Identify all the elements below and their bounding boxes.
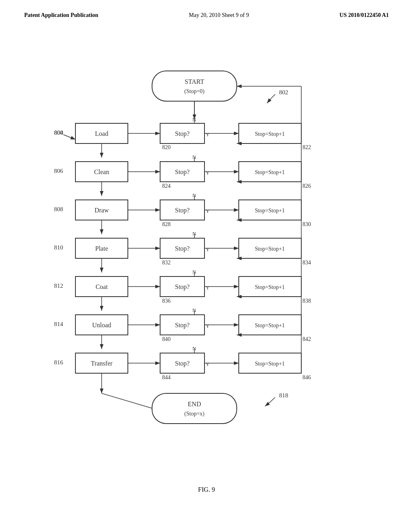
svg-text:822: 822 bbox=[302, 144, 311, 150]
svg-text:Stop=Stop+1: Stop=Stop+1 bbox=[255, 284, 285, 290]
diagram-container: 800 802 START (Stop=0) 804 Load Stop? 82… bbox=[24, 35, 389, 493]
svg-text:804: 804 bbox=[54, 129, 63, 136]
svg-text:802: 802 bbox=[279, 89, 288, 96]
svg-text:Unload: Unload bbox=[92, 322, 111, 328]
svg-text:830: 830 bbox=[302, 221, 311, 227]
svg-text:Stop?: Stop? bbox=[175, 168, 190, 176]
flowchart-svg: 800 802 START (Stop=0) 804 Load Stop? 82… bbox=[33, 35, 380, 478]
svg-text:Y: Y bbox=[206, 208, 210, 214]
svg-text:END: END bbox=[188, 401, 201, 407]
fig-caption: FIG. 9 bbox=[198, 486, 215, 493]
svg-text:832: 832 bbox=[162, 260, 171, 266]
svg-text:818: 818 bbox=[279, 392, 288, 399]
svg-text:842: 842 bbox=[302, 336, 311, 342]
header-left: Patent Application Publication bbox=[24, 12, 98, 19]
svg-text:814: 814 bbox=[54, 321, 63, 327]
svg-text:840: 840 bbox=[162, 336, 171, 342]
svg-text:Clean: Clean bbox=[94, 168, 109, 175]
svg-rect-5 bbox=[152, 71, 237, 101]
svg-text:Stop=Stop+1: Stop=Stop+1 bbox=[255, 246, 285, 252]
svg-text:834: 834 bbox=[302, 260, 311, 266]
svg-text:Stop?: Stop? bbox=[175, 245, 190, 252]
svg-line-3 bbox=[63, 135, 75, 139]
svg-text:Stop=Stop+1: Stop=Stop+1 bbox=[255, 169, 285, 175]
svg-text:START: START bbox=[185, 78, 204, 85]
svg-text:826: 826 bbox=[302, 183, 311, 189]
svg-text:Draw: Draw bbox=[94, 207, 109, 214]
svg-text:836: 836 bbox=[162, 298, 171, 304]
svg-text:Stop?: Stop? bbox=[175, 360, 190, 367]
svg-text:Stop=Stop+1: Stop=Stop+1 bbox=[255, 208, 285, 214]
svg-text:844: 844 bbox=[162, 374, 171, 380]
svg-text:808: 808 bbox=[54, 206, 63, 212]
svg-text:(Stop=0): (Stop=0) bbox=[184, 88, 204, 95]
header-center: May 20, 2010 Sheet 9 of 9 bbox=[189, 12, 249, 19]
page: Patent Application Publication May 20, 2… bbox=[0, 0, 413, 532]
svg-text:Load: Load bbox=[95, 130, 108, 137]
svg-text:810: 810 bbox=[54, 244, 63, 251]
header-right: US 2010/0122450 A1 bbox=[340, 12, 389, 19]
svg-text:846: 846 bbox=[302, 374, 311, 380]
svg-text:820: 820 bbox=[162, 144, 171, 150]
svg-text:812: 812 bbox=[54, 283, 63, 289]
svg-text:Y: Y bbox=[206, 361, 210, 367]
svg-text:806: 806 bbox=[54, 168, 63, 174]
svg-text:Y: Y bbox=[206, 323, 210, 329]
svg-text:Coat: Coat bbox=[96, 283, 108, 290]
svg-text:Transfer: Transfer bbox=[91, 360, 113, 367]
svg-line-131 bbox=[102, 393, 152, 408]
svg-text:(Stop=x): (Stop=x) bbox=[184, 411, 204, 417]
svg-text:Y: Y bbox=[206, 170, 210, 176]
svg-text:Stop?: Stop? bbox=[175, 207, 190, 214]
page-header: Patent Application Publication May 20, 2… bbox=[24, 12, 389, 19]
svg-text:Stop=Stop+1: Stop=Stop+1 bbox=[255, 131, 285, 137]
svg-rect-128 bbox=[152, 393, 237, 424]
svg-text:Stop?: Stop? bbox=[175, 130, 190, 137]
svg-text:Plate: Plate bbox=[95, 245, 108, 252]
svg-text:Stop?: Stop? bbox=[175, 322, 190, 329]
svg-text:Stop?: Stop? bbox=[175, 283, 190, 291]
svg-text:838: 838 bbox=[302, 298, 311, 304]
svg-text:Y: Y bbox=[206, 285, 210, 291]
svg-text:Y: Y bbox=[206, 246, 210, 252]
svg-text:824: 824 bbox=[162, 183, 171, 189]
svg-text:Y: Y bbox=[206, 131, 210, 137]
svg-text:816: 816 bbox=[54, 359, 63, 366]
svg-text:828: 828 bbox=[162, 221, 171, 227]
svg-text:Stop=Stop+1: Stop=Stop+1 bbox=[255, 322, 285, 328]
svg-text:Stop=Stop+1: Stop=Stop+1 bbox=[255, 361, 285, 367]
